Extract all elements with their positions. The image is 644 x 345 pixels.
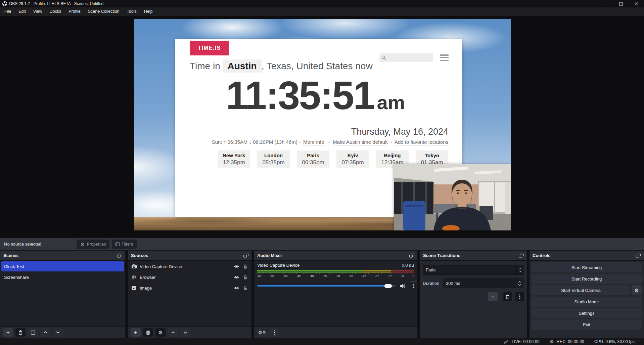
sources-footer: + ⚙ xyxy=(128,327,251,338)
audio-mixer-panel: Audio Mixer Video Capture Device 0.0 dB … xyxy=(254,250,418,338)
mixer-options-button[interactable] xyxy=(269,328,279,337)
scene-item-clock-test[interactable]: Clock Test xyxy=(1,261,124,271)
popout-icon[interactable] xyxy=(117,254,122,258)
duration-spinbox[interactable]: 300 ms xyxy=(443,278,523,288)
search-icon xyxy=(381,55,386,60)
rec-status: REC: 00:00:00 xyxy=(550,339,584,344)
speaker-icon xyxy=(400,284,406,288)
transition-options-button[interactable] xyxy=(515,292,524,301)
volume-slider-handle[interactable] xyxy=(384,284,392,288)
menu-docks[interactable]: Docks xyxy=(46,7,65,16)
duration-row: Duration 300 ms xyxy=(423,278,523,288)
source-item-browser[interactable]: Browser xyxy=(129,272,250,282)
lock-icon[interactable] xyxy=(243,286,247,290)
gear-icon: ⚙ xyxy=(634,288,639,293)
selection-status: No source selected xyxy=(4,238,41,251)
scene-transitions-header: Scene Transitions xyxy=(420,251,527,261)
volume-slider[interactable] xyxy=(257,285,396,287)
record-inactive-icon xyxy=(550,340,554,344)
move-source-down-button[interactable] xyxy=(180,328,190,337)
add-scene-button[interactable]: + xyxy=(3,328,13,337)
select-spinner[interactable] xyxy=(516,265,524,274)
properties-button[interactable]: ⚙ Properties xyxy=(77,240,109,249)
settings-button[interactable]: Settings xyxy=(532,308,642,318)
transition-select[interactable]: Fade xyxy=(423,265,524,275)
duration-spinner[interactable] xyxy=(516,279,523,288)
menu-view[interactable]: View xyxy=(30,7,46,16)
chevron-up-icon xyxy=(44,331,47,334)
popout-icon[interactable] xyxy=(636,254,641,258)
studio-mode-button[interactable]: Studio Mode xyxy=(532,297,642,307)
scene-canvas[interactable]: TIME.IS Time in Austin, Texas, United St… xyxy=(134,19,511,230)
move-source-up-button[interactable] xyxy=(168,328,178,337)
filters-button[interactable]: Filters xyxy=(112,240,137,249)
move-scene-up-button[interactable] xyxy=(40,328,50,337)
scene-item-screenshare[interactable]: Screenshare xyxy=(1,272,124,282)
start-recording-button[interactable]: Start Recording xyxy=(532,274,642,284)
controls-panel: Controls Start Streaming Start Recording… xyxy=(529,250,644,338)
minimize-button[interactable] xyxy=(598,0,613,7)
current-date: Thursday, May 16, 2024 xyxy=(351,127,448,137)
popout-icon[interactable] xyxy=(519,254,524,258)
source-properties-button[interactable]: ⚙ xyxy=(155,328,166,337)
chevron-down-icon xyxy=(184,331,187,334)
chevron-down-icon xyxy=(56,331,60,334)
popout-icon[interactable] xyxy=(409,254,414,258)
source-item-image[interactable]: Image xyxy=(129,283,250,293)
window-title: OBS 29.1.2 - Profile: LLHLS BETA - Scene… xyxy=(9,1,103,6)
advanced-audio-button[interactable]: ⚙⚙ xyxy=(257,328,267,337)
status-bar: LIVE: 00:00:00 REC: 00:00:00 CPU: 0.6%, … xyxy=(0,338,644,345)
mute-button[interactable] xyxy=(400,284,406,288)
gear-icon: ⚙ xyxy=(80,242,85,247)
lock-icon[interactable] xyxy=(243,275,247,279)
visibility-eye-icon[interactable] xyxy=(234,286,239,290)
menu-file[interactable]: File xyxy=(1,7,15,16)
menu-edit[interactable]: Edit xyxy=(15,7,30,16)
link-add-favorite: Add to favorite locations xyxy=(395,139,448,145)
channel-options-button[interactable] xyxy=(410,282,417,290)
remove-transition-button[interactable] xyxy=(503,292,512,301)
meter-bar-left xyxy=(257,270,414,271)
sun-info-line: Sun: ↑ 06:35AM ↓ 08:20PM (13h 46m) - Mor… xyxy=(212,139,448,145)
lock-icon[interactable] xyxy=(243,264,247,269)
menu-help[interactable]: Help xyxy=(140,7,156,16)
source-item-video-capture[interactable]: Video Capture Device xyxy=(129,261,250,271)
city-new-york: New York12:35pm xyxy=(218,150,250,168)
volume-slider-fill xyxy=(257,285,386,287)
webcam-source[interactable] xyxy=(394,164,511,230)
obs-logo-icon xyxy=(2,1,7,6)
visibility-eye-icon[interactable] xyxy=(234,265,239,268)
exit-button[interactable]: Exit xyxy=(532,319,642,330)
volume-slider-row xyxy=(257,283,417,289)
volume-meter: -60-55-50-45-40-35-30-25-20-15-10-50 xyxy=(257,270,414,278)
duration-label: Duration xyxy=(423,281,443,286)
filters-icon xyxy=(31,331,35,335)
start-streaming-button[interactable]: Start Streaming xyxy=(532,262,642,272)
menu-profile[interactable]: Profile xyxy=(65,7,84,16)
sources-list: Video Capture Device Browser xyxy=(128,261,251,327)
move-scene-down-button[interactable] xyxy=(53,328,63,337)
scene-filters-button[interactable] xyxy=(28,328,38,337)
virtual-camera-settings-button[interactable]: ⚙ xyxy=(632,285,642,295)
menu-tools[interactable]: Tools xyxy=(123,7,140,16)
meter-tick-marks xyxy=(257,273,414,274)
close-button[interactable] xyxy=(629,0,644,7)
add-source-button[interactable]: + xyxy=(131,328,141,337)
trash-icon xyxy=(18,330,22,335)
audio-mixer-body: Video Capture Device 0.0 dB -60-55-50-45… xyxy=(254,261,417,327)
obs-window: OBS 29.1.2 - Profile: LLHLS BETA - Scene… xyxy=(0,0,644,345)
popout-icon[interactable] xyxy=(243,254,248,258)
add-transition-button[interactable]: + xyxy=(488,292,498,301)
visibility-eye-icon[interactable] xyxy=(234,275,239,279)
sources-panel: Sources Video Capture Device xyxy=(128,250,252,338)
remove-scene-button[interactable] xyxy=(15,328,26,337)
start-virtual-camera-button[interactable]: Start Virtual Camera xyxy=(532,285,630,295)
page-heading: Time in Austin, Texas, United States now xyxy=(190,61,373,72)
live-status: LIVE: 00:00:00 xyxy=(503,339,540,344)
maximize-button[interactable] xyxy=(613,0,629,7)
remove-source-button[interactable] xyxy=(143,328,153,337)
trash-icon xyxy=(146,330,150,335)
scenes-list: Clock Test Screenshare xyxy=(0,261,125,327)
menu-scene-collection[interactable]: Scene Collection xyxy=(84,7,123,16)
audio-mixer-header: Audio Mixer xyxy=(254,251,417,261)
